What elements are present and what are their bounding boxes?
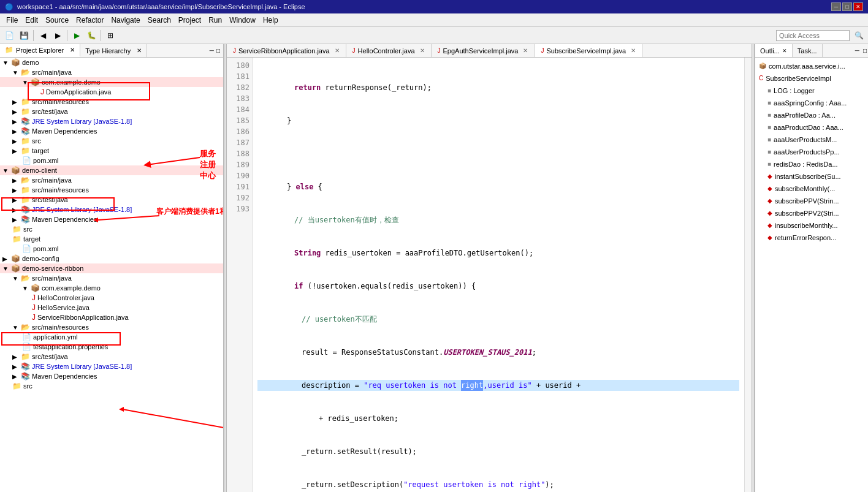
outline-method-ppv1[interactable]: ◆ subscribePPV(Strin... (758, 195, 866, 207)
close-outline[interactable]: ✕ (782, 48, 787, 54)
menu-edit[interactable]: Edit (21, 15, 42, 26)
tree-item-src-client[interactable]: 📁 src (0, 224, 223, 234)
outline-field-profile[interactable]: ■ aaaProfileDao : Aa... (758, 109, 866, 121)
outline-package[interactable]: 📦 com.utstar.aaa.service.i... (758, 60, 866, 72)
arrow-Maven-client[interactable]: ▶ (12, 216, 21, 223)
minimize-panel-button[interactable]: ─ (209, 47, 215, 55)
tree-item-demo-client[interactable]: ▼ 📦 demo-client (0, 165, 223, 175)
tree-item-target-client[interactable]: 📁 target (0, 234, 223, 244)
tree-item-pom-client[interactable]: 📄 pom.xml (0, 244, 223, 254)
arrow-test[interactable]: ▶ (12, 108, 21, 115)
outline-field-redis[interactable]: ■ redisDao : RedisDa... (758, 158, 866, 170)
menu-search[interactable]: Search (144, 15, 175, 26)
tab-tasks[interactable]: Task... (793, 44, 823, 57)
tree-item-JRE-client[interactable]: ▶ 📚 JRE System Library [JavaSE-1.8] (0, 205, 223, 214)
tab-EpgAuthServiceImpl[interactable]: J EpgAuthServiceImpl.java ✕ (432, 44, 535, 57)
tree-item-src-test-client[interactable]: ▶ 📁 src/test/java (0, 195, 223, 205)
tab-project-explorer[interactable]: 📁 Project Explorer ✕ (0, 44, 80, 57)
arrow-Maven-ribbon[interactable]: ▶ (12, 373, 21, 380)
tree-item-Maven-client[interactable]: ▶ 📚 Maven Dependencies (0, 214, 223, 224)
arrow-demo-config[interactable]: ▶ (2, 255, 11, 262)
close-HelloControler[interactable]: ✕ (420, 47, 425, 54)
outline-method-unsub[interactable]: ◆ insubscribeMonthly... (758, 219, 866, 232)
tree-item-DemoApplication[interactable]: J DemoApplication.java (0, 87, 223, 97)
tree-item-JRE-ribbon[interactable]: ▶ 📚 JRE System Library [JavaSE-1.8] (0, 361, 223, 371)
close-SubscribeServiceImpl[interactable]: ✕ (631, 47, 636, 54)
tree-item-testapplication[interactable]: 📄 testapplication.properties (0, 342, 223, 352)
tree-item-src-test-java[interactable]: ▶ 📁 src/test/java (0, 107, 223, 116)
forward-button[interactable]: ▶ (51, 29, 64, 42)
tree-item-src-demo[interactable]: ▶ 📁 src (0, 136, 223, 146)
back-button[interactable]: ◀ (36, 29, 50, 42)
menu-project[interactable]: Project (175, 15, 205, 26)
editor-vertical-scrollbar[interactable] (744, 58, 752, 492)
tree-item-src-main-res-client[interactable]: ▶ 📁 src/main/resources (0, 185, 223, 195)
maximize-right-button[interactable]: □ (862, 46, 868, 55)
arrow-res-ribbon[interactable]: ▼ (12, 324, 21, 331)
outline-class[interactable]: C SubscribeServiceImpl (758, 72, 866, 85)
tab-ServiceRibbonApplication[interactable]: J ServiceRibbonApplication.java ✕ (227, 44, 346, 57)
menu-window[interactable]: Window (226, 15, 259, 26)
tree-item-application-yml[interactable]: 📄 application.yml (0, 332, 223, 342)
outline-method-error[interactable]: ◆ returnErrorRespon... (758, 232, 866, 244)
tree-item-pom-demo[interactable]: 📄 pom.xml (0, 156, 223, 165)
tree-item-Maven-ribbon[interactable]: ▶ 📚 Maven Dependencies (0, 371, 223, 381)
save-button[interactable]: 💾 (17, 29, 31, 42)
code-editor[interactable]: return returnResponse(_return); } } else… (253, 58, 744, 492)
menu-navigate[interactable]: Navigate (107, 15, 143, 26)
arrow-test-ribbon[interactable]: ▶ (12, 354, 21, 360)
arrow-test-client[interactable]: ▶ (12, 197, 21, 203)
tree-item-src-main-ribbon[interactable]: ▼ 📂 src/main/java (0, 273, 223, 283)
outline-method-instant[interactable]: ◆ instantSubscribe(Su... (758, 170, 866, 183)
arrow-JRE-ribbon[interactable]: ▶ (12, 363, 21, 370)
close-type-hierarchy-icon[interactable]: ✕ (137, 47, 142, 54)
arrow-com-ribbon[interactable]: ▼ (22, 285, 31, 292)
new-button[interactable]: 📄 (2, 29, 16, 42)
close-project-explorer-icon[interactable]: ✕ (70, 47, 75, 53)
arrow-target-demo[interactable]: ▶ (12, 148, 21, 154)
outline-field-spring[interactable]: ■ aaaSpringConfig : Aaa... (758, 97, 866, 109)
tab-type-hierarchy[interactable]: Type Hierarchy ✕ (80, 44, 147, 57)
tab-HelloControler[interactable]: J HelloControler.java ✕ (346, 44, 432, 57)
arrow-resources[interactable]: ▶ (12, 99, 21, 105)
close-EpgAuthServiceImpl[interactable]: ✕ (523, 47, 528, 54)
tree-item-demo[interactable]: ▼ 📦 demo (0, 58, 223, 67)
tree-item-src-main-java[interactable]: ▼ 📂 src/main/java (0, 67, 223, 77)
tree-item-target-demo[interactable]: ▶ 📁 target (0, 146, 223, 156)
menu-help[interactable]: Help (259, 15, 282, 26)
maximize-panel-button[interactable]: □ (216, 47, 221, 55)
tree-item-ServiceRibbonApp[interactable]: J ServiceRibbonApplication.java (0, 312, 223, 322)
arrow-src-main-client[interactable]: ▶ (12, 177, 21, 184)
menu-refactor[interactable]: Refactor (72, 15, 107, 26)
tab-outline[interactable]: Outli... ✕ (755, 44, 793, 57)
arrow-ribbon[interactable]: ▼ (2, 265, 11, 272)
arrow-src-ribbon[interactable]: ▼ (12, 275, 21, 282)
tree-item-Maven-demo[interactable]: ▶ 📚 Maven Dependencies (0, 126, 223, 136)
quick-access-input[interactable] (776, 30, 850, 41)
tree-item-HelloService[interactable]: J HelloService.java (0, 303, 223, 312)
arrow-Maven-demo[interactable]: ▶ (12, 128, 21, 135)
tree-item-demo-service-ribbon[interactable]: ▼ 📦 demo-service-ribbon (0, 263, 223, 273)
run-button[interactable]: ▶ (70, 29, 83, 42)
outline-field-userP[interactable]: ■ aaaUserProductsPp... (758, 146, 866, 158)
tab-SubscribeServiceImpl[interactable]: J SubscribeServiceImpl.java ✕ (535, 44, 642, 57)
quick-access-search-button[interactable]: 🔍 (852, 29, 866, 42)
arrow-src-demo[interactable]: ▶ (12, 138, 21, 145)
arrow-resources-client[interactable]: ▶ (12, 187, 21, 194)
arrow-demo[interactable]: ▼ (2, 59, 11, 66)
tree-item-demo-config[interactable]: ▶ 📦 demo-config (0, 254, 223, 263)
close-button[interactable]: ✕ (853, 2, 863, 11)
tree-item-com-example-ribbon[interactable]: ▼ 📦 com.example.demo (0, 283, 223, 293)
tree-item-HelloControler[interactable]: J HelloControler.java (0, 293, 223, 303)
arrow-JRE-demo[interactable]: ▶ (12, 118, 21, 125)
tree-item-src-main-java-client[interactable]: ▶ 📂 src/main/java (0, 175, 223, 185)
tree-item-src-main-res-ribbon[interactable]: ▼ 📂 src/main/resources (0, 322, 223, 332)
tree-item-src-main-resources[interactable]: ▶ 📁 src/main/resources (0, 97, 223, 107)
menu-source[interactable]: Source (42, 15, 72, 26)
menu-run[interactable]: Run (205, 15, 226, 26)
tree-item-src-ribbon[interactable]: 📁 src (0, 381, 223, 391)
arrow-com-example[interactable]: ▼ (22, 79, 31, 86)
minimize-right-button[interactable]: ─ (854, 46, 861, 55)
close-ServiceRibbonApplication[interactable]: ✕ (335, 47, 340, 54)
outline-method-monthly[interactable]: ◆ subscribeMonthly(... (758, 183, 866, 195)
